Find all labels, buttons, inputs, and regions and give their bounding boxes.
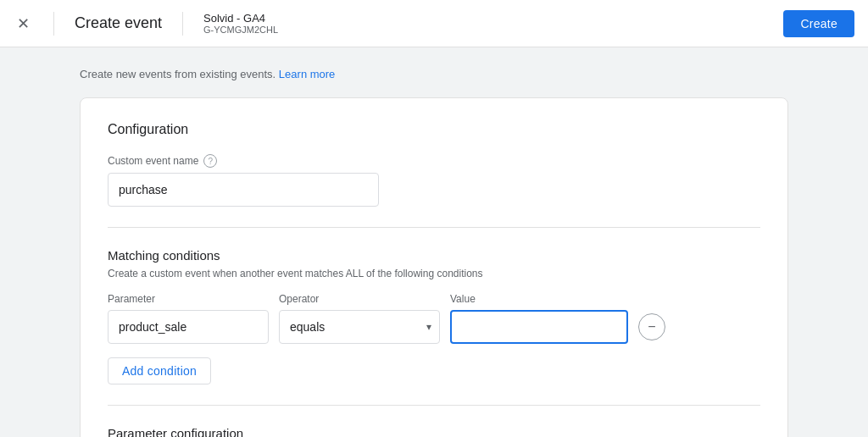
value-label: Value (450, 293, 628, 305)
section-divider-1 (108, 227, 760, 228)
header-divider (53, 12, 54, 36)
configuration-card: Configuration Custom event name ? Matchi… (80, 97, 788, 437)
parameter-label: Parameter (108, 293, 269, 305)
header-divider-2 (182, 12, 183, 36)
operator-select-wrapper: equals contains starts with ends with do… (279, 310, 440, 344)
minus-icon: − (648, 319, 655, 335)
top-info-text: Create new events from existing events. (80, 68, 275, 80)
operator-select[interactable]: equals contains starts with ends with do… (279, 310, 440, 344)
value-input[interactable] (450, 310, 628, 344)
parameter-configuration-title: Parameter configuration (108, 426, 760, 437)
account-name: Solvid - GA4 (203, 12, 278, 25)
conditions-row: Parameter Operator equals contains start… (108, 293, 760, 344)
configuration-section: Configuration Custom event name ? (108, 122, 760, 207)
section-divider-2 (108, 405, 760, 406)
account-id: G-YCMGJM2CHL (203, 25, 278, 35)
learn-more-link[interactable]: Learn more (279, 68, 335, 80)
parameter-col: Parameter (108, 293, 269, 344)
remove-condition-button[interactable]: − (638, 313, 665, 340)
matching-conditions-title: Matching conditions (108, 248, 760, 263)
custom-event-name-help-icon[interactable]: ? (203, 154, 217, 168)
account-info: Solvid - GA4 G-YCMGJM2CHL (203, 12, 278, 35)
custom-event-name-label: Custom event name ? (108, 154, 760, 168)
main-content: Create new events from existing events. … (53, 47, 815, 437)
matching-conditions-desc: Create a custom event when another event… (108, 268, 760, 279)
custom-event-name-field: Custom event name ? (108, 154, 760, 207)
value-col: Value (450, 293, 628, 344)
page-title: Create event (75, 14, 162, 32)
configuration-title: Configuration (108, 122, 760, 137)
custom-event-name-input[interactable] (108, 173, 379, 207)
top-info: Create new events from existing events. … (80, 68, 788, 80)
parameter-input[interactable] (108, 310, 269, 344)
header: ✕ Create event Solvid - GA4 G-YCMGJM2CHL… (0, 0, 868, 47)
operator-col: Operator equals contains starts with end… (279, 293, 440, 344)
create-button[interactable]: Create (783, 10, 854, 37)
matching-conditions-section: Matching conditions Create a custom even… (108, 248, 760, 384)
operator-label: Operator (279, 293, 440, 305)
parameter-configuration-section: Parameter configuration Copy parameters … (108, 426, 760, 437)
close-button[interactable]: ✕ (14, 11, 33, 36)
add-condition-button[interactable]: Add condition (108, 357, 211, 384)
